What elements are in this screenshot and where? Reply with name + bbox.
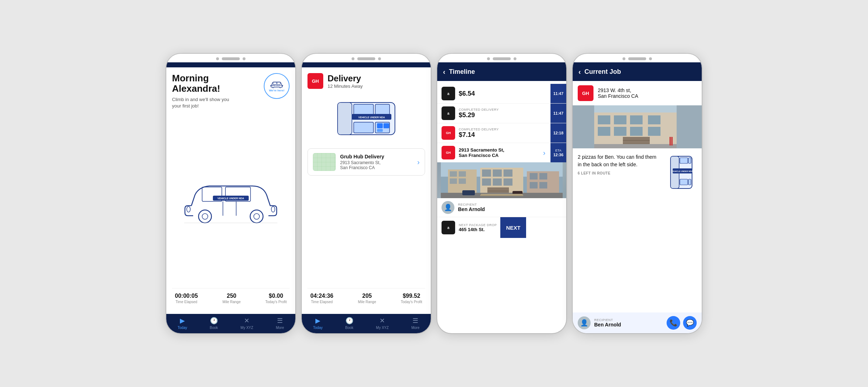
x-icon-1: ✕	[244, 317, 249, 325]
job-description: 2 pizzas for Ben. You can find them in t…	[578, 153, 661, 175]
svg-rect-19	[354, 104, 373, 115]
timeline-body-2: COMPLETED DELIVERY $5.29	[459, 108, 547, 119]
grubhub-icon-4: GH	[442, 146, 455, 159]
svg-rect-20	[375, 104, 390, 115]
svg-rect-59	[614, 115, 626, 124]
svg-rect-32	[459, 171, 466, 177]
phone2-header-bar	[302, 62, 431, 67]
phone4-content: GH 2913 W. 4th st, San Francisco CA	[573, 81, 702, 333]
timeline-time-3: 12:18	[550, 123, 566, 143]
svg-rect-34	[459, 178, 466, 184]
nav-myxyz-2[interactable]: ✕ My XYZ	[376, 317, 389, 330]
job-address-text: 2913 W. 4th st, San Francisco CA	[598, 87, 638, 99]
nav-book-2[interactable]: 🕐 Book	[345, 317, 353, 330]
job-photo-svg	[573, 105, 702, 148]
timeline-body-3: COMPLETED DELIVERY $7.14	[459, 128, 547, 139]
car-circle[interactable]: VEHICLE UNDER NDA We're here!	[264, 73, 290, 99]
svg-rect-48	[530, 182, 538, 188]
svg-point-9	[202, 214, 208, 219]
svg-rect-60	[630, 115, 643, 124]
greeting-line1: MorningAlexandra!	[172, 73, 237, 94]
svg-rect-82	[680, 179, 688, 185]
phone-speaker-4	[628, 57, 646, 60]
phone1-content: MorningAlexandra! Climb in and we'll sho…	[166, 67, 295, 314]
timeline-title: Timeline	[449, 68, 475, 76]
next-button[interactable]: NEXT	[500, 217, 526, 238]
phone-dot-7	[623, 57, 625, 60]
svg-text:VEHICLE UNDER NDA: VEHICLE UNDER NDA	[218, 197, 244, 200]
car-icon: VEHICLE UNDER NDA	[270, 80, 283, 88]
svg-rect-41	[504, 178, 512, 186]
timeline-time-4: ETA 12:36	[550, 143, 566, 162]
stat-profit-2: $99.52 Today's Profit	[401, 293, 422, 304]
x-icon-2: ✕	[380, 317, 385, 325]
svg-rect-74	[669, 137, 671, 145]
nav-today-1[interactable]: ▶ Today	[178, 317, 187, 330]
timeline-item-2[interactable]: a COMPLETED DELIVERY $5.29 11:47	[437, 104, 566, 123]
svg-rect-83	[688, 179, 691, 185]
grubhub-logo-4: GH	[578, 85, 593, 101]
back-arrow-3[interactable]: ‹	[443, 68, 445, 76]
nav-more-1[interactable]: ☰ More	[276, 317, 284, 330]
delivery-name: Grub Hub Delivery	[340, 154, 384, 159]
svg-rect-18	[338, 102, 352, 135]
nav-today-2[interactable]: ▶ Today	[313, 317, 323, 330]
timeline-list: a $6.54 11:47 a COMPLETED DELIVERY $5.29…	[437, 81, 566, 333]
stat-profit-1: $0.00 Today's Profit	[265, 293, 287, 304]
grubhub-logo-2: GH	[307, 73, 323, 89]
next-drop-row[interactable]: a NEXT PACKAGE DROP 465 14th St. NEXT	[437, 217, 566, 238]
phone-dot-8	[649, 57, 652, 60]
bottom-nav-2: ▶ Today 🕐 Book ✕ My XYZ ☰ More	[302, 314, 431, 333]
stats-row-1: 00:00:05 Time Elapsed 250 Mile Range $0.…	[172, 288, 290, 308]
greeting-subtitle: Climb in and we'll show you your first j…	[172, 96, 237, 109]
mini-vehicle-svg: VEHICLE UNDER NDA	[666, 153, 697, 196]
vehicle-topdown-svg: VEHICLE UNDER NDA	[327, 99, 406, 138]
svg-rect-63	[614, 127, 626, 136]
vehicle-top-view: VEHICLE UNDER NDA	[307, 93, 425, 144]
svg-rect-27	[377, 129, 383, 132]
job-photo	[573, 105, 702, 148]
recipient-name-4: Ben Arnold	[594, 322, 621, 328]
svg-rect-80	[680, 158, 688, 163]
stat-miles-2: 205 Mile Range	[358, 293, 376, 304]
svg-rect-51	[462, 190, 475, 195]
phone-dot-5	[487, 57, 490, 60]
timeline-time-1: 11:47	[550, 84, 566, 103]
street-photo-svg	[437, 162, 566, 198]
delivery-address: 2913 Sacramento St, San Francisco CA	[340, 160, 384, 170]
phone-1: MorningAlexandra! Climb in and we'll sho…	[166, 54, 295, 333]
chat-button[interactable]: 💬	[683, 316, 697, 330]
avatar-4: 👤	[578, 316, 591, 329]
timeline-body-1: $6.54	[459, 90, 547, 97]
delivery-title-text: Delivery	[328, 73, 363, 83]
route-label: 6 LEFT IN ROUTE	[578, 171, 661, 175]
svg-rect-31	[450, 171, 457, 177]
timeline-item-4[interactable]: GH 2913 Sacramento St, San Francisco CA …	[437, 143, 566, 217]
svg-rect-75	[671, 137, 673, 145]
timeline-item-3[interactable]: GH COMPLETED DELIVERY $7.14 12:18	[437, 123, 566, 143]
phone2-content: GH Delivery 12 Minutes Away VEHICLE UNDE	[302, 67, 431, 314]
amazon-icon-2: a	[442, 106, 455, 120]
svg-point-11	[254, 214, 259, 219]
phone-4: ‹ Current Job GH 2913 W. 4th st, San Fra…	[573, 54, 702, 333]
svg-rect-21	[354, 122, 373, 133]
svg-rect-62	[598, 127, 610, 136]
phone-speaker-2	[357, 57, 375, 60]
timeline-item-1[interactable]: a $6.54 11:47	[437, 84, 566, 104]
svg-rect-76	[573, 105, 594, 148]
svg-rect-46	[530, 173, 538, 180]
nav-more-2[interactable]: ☰ More	[411, 317, 420, 330]
delivery-title: Delivery 12 Minutes Away	[328, 73, 363, 89]
call-button[interactable]: 📞	[667, 316, 680, 330]
delivery-card[interactable]: Grub Hub Delivery 2913 Sacramento St, Sa…	[307, 148, 425, 176]
phone-dot-4	[378, 57, 381, 60]
svg-rect-64	[630, 127, 643, 136]
nav-myxyz-1[interactable]: ✕ My XYZ	[240, 317, 253, 330]
recipient-row-3: 👤 RECIPIENT Ben Arnold	[437, 198, 566, 217]
svg-text:VEHICLE UNDER NDA: VEHICLE UNDER NDA	[358, 116, 385, 119]
nav-book-1[interactable]: 🕐 Book	[210, 317, 218, 330]
clock-icon-2: 🕐	[345, 317, 353, 325]
phone-dot-1	[216, 57, 219, 60]
back-arrow-4[interactable]: ‹	[578, 68, 581, 76]
action-buttons: 📞 💬	[667, 316, 697, 330]
